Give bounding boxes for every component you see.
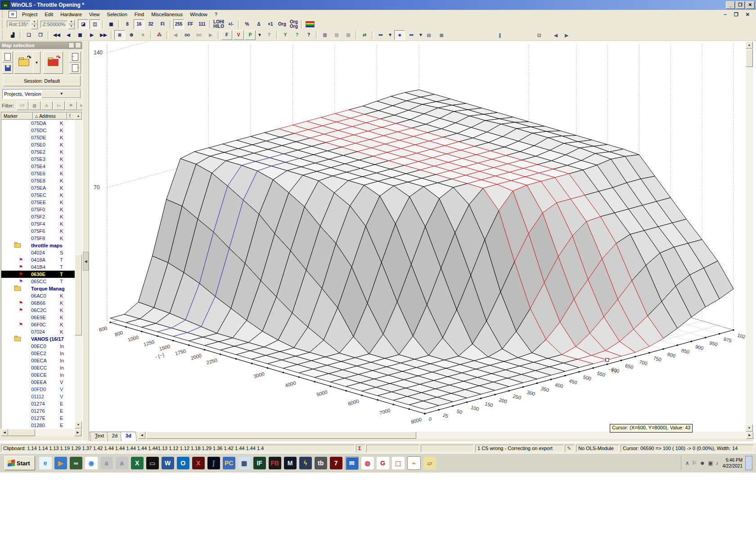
map-row[interactable]: 06E9EK [1, 314, 82, 321]
nav-next-button[interactable]: ▶ [86, 30, 97, 40]
help-green-button[interactable]: ? [292, 30, 302, 40]
close-button[interactable]: ✕ [746, 1, 755, 9]
tile-vertical-icon[interactable]: ⊞ [436, 31, 447, 40]
list-vscroll-thumb[interactable] [75, 254, 82, 335]
grey-app-1-icon[interactable]: a [100, 457, 113, 469]
map-row[interactable]: 075E4K [1, 163, 82, 170]
map-row[interactable]: 00EEAV [1, 379, 82, 386]
map-row[interactable]: 00EC2In [1, 350, 82, 357]
map-row[interactable]: 01280E [1, 422, 82, 429]
menu-grip[interactable] [2, 11, 5, 18]
map-row[interactable]: 075F4K [1, 220, 82, 227]
window-new-icon[interactable]: ❏ [23, 30, 34, 40]
map-row[interactable]: 01276E [1, 407, 82, 415]
list-options-button[interactable]: ≔ [375, 30, 386, 40]
filter-button[interactable]: Y [280, 30, 291, 40]
messenger-tray-icon[interactable]: ☻ [700, 460, 706, 466]
folder-row[interactable]: Torque Manag [1, 285, 82, 292]
map-row[interactable]: 075F2K [1, 213, 82, 220]
map-list[interactable]: Marker △Address ! 075DAK075DCK075DEK075E… [1, 112, 82, 429]
child-restore-button[interactable]: ❐ [730, 11, 742, 18]
map-row[interactable]: 075EEK [1, 199, 82, 206]
list-scroll-left-icon[interactable]: ◀ [1, 429, 8, 436]
tab-scroll-left-icon[interactable]: ◀ [138, 432, 145, 439]
wrench-icon[interactable]: ⌁ [407, 456, 421, 470]
value-dec-button[interactable]: 255 [173, 19, 184, 29]
chip-fb-icon[interactable]: FB [269, 457, 281, 469]
drop-1-button[interactable]: ▼ [387, 30, 393, 40]
excel-icon[interactable]: X [131, 457, 144, 469]
help-button[interactable]: ? [264, 30, 274, 40]
g-red-icon[interactable]: G [377, 457, 389, 469]
map-row[interactable]: ⚑041B4T [1, 263, 82, 271]
filter-button-0[interactable]: =? [17, 101, 28, 110]
hscroll-thumb[interactable] [146, 432, 416, 439]
open-dropdown-button[interactable]: ▼ [33, 51, 40, 74]
tab-scroll-right-icon[interactable]: ▶ [746, 432, 753, 439]
map-row[interactable]: ⚑0418AT [1, 256, 82, 263]
colors-button[interactable] [305, 19, 315, 29]
filter-button-3[interactable]: i¬ [53, 101, 65, 110]
volume-tray-icon[interactable]: ♪ [716, 460, 719, 466]
import-button[interactable]: ↷ [43, 51, 63, 74]
filter-button-4[interactable]: ⚑ [65, 101, 77, 110]
map-row[interactable]: 075DEK [1, 134, 82, 141]
panel-title-bar[interactable]: Map selection [0, 41, 82, 49]
checksum-hat-icon[interactable]: ▟ [7, 30, 18, 40]
view-mode-combobox[interactable]: Projects, Versions & Maps: (Ctrl ▼ [2, 89, 81, 99]
width-8-button[interactable]: 8 [122, 19, 133, 29]
folder-window-icon[interactable]: ▱ [423, 457, 436, 469]
show-project-button[interactable]: P [245, 30, 256, 40]
width-float-button[interactable]: Fl [157, 19, 168, 29]
delta-button[interactable]: Δ [253, 19, 264, 29]
outlook-icon[interactable]: O [177, 457, 189, 469]
tree-list-button[interactable]: ≣ [114, 30, 125, 40]
network-tray-icon[interactable]: ▣ [708, 460, 713, 466]
map-row[interactable]: 01274E [1, 400, 82, 407]
preview-button[interactable]: ⊕ [126, 30, 137, 40]
tab-3d[interactable]: 3d [120, 432, 137, 441]
session-button[interactable]: Session: Default [3, 76, 81, 86]
map-row[interactable]: 075F8K [1, 235, 82, 242]
child-window-icon[interactable]: ▤ [9, 11, 17, 18]
map-row[interactable]: ⚑065CCT [1, 278, 82, 285]
child-close-button[interactable]: ✕ [742, 11, 753, 18]
menu-find[interactable]: Find [131, 11, 148, 18]
search-binocular-button[interactable]: oo [182, 30, 193, 40]
map-row[interactable]: 00ECAIn [1, 357, 82, 364]
vscroll-thumb[interactable] [746, 49, 753, 67]
menu-edit[interactable]: Edit [41, 11, 57, 18]
nav-last-button[interactable]: ▶▶ [98, 30, 109, 40]
map-row[interactable]: 00EC0In [1, 343, 82, 350]
map-row[interactable]: 075DCK [1, 127, 82, 134]
width-16-button[interactable]: 16 [134, 19, 144, 29]
view-3d-wire-button[interactable]: ◪ [78, 19, 89, 29]
list-options-2-button[interactable]: ≕ [406, 30, 417, 40]
new-project-button[interactable] [2, 51, 13, 62]
sign-button[interactable]: +/- [225, 19, 236, 29]
infinity-app-icon[interactable]: ∞ [70, 457, 82, 469]
map-wizard-2-button[interactable]: ▨ [331, 30, 342, 40]
map-row[interactable]: 075E3K [1, 156, 82, 163]
zoom-down-icon[interactable]: ▼ [68, 24, 75, 29]
toolbar1-grip[interactable] [2, 20, 5, 28]
lohi-hilo-button[interactable]: LOHI HILO [213, 19, 225, 29]
child-minimize-button[interactable]: − [720, 11, 730, 18]
nav-prev-button[interactable]: ◀ [63, 30, 74, 40]
percent-button[interactable]: % [242, 19, 252, 29]
map-row[interactable]: 075E8K [1, 177, 82, 184]
if-app-icon[interactable]: IF [253, 457, 266, 469]
scroll-up-icon[interactable]: ▲ [746, 41, 753, 49]
zoom-up-icon[interactable]: ▲ [68, 19, 75, 24]
window-arrange-icon[interactable]: ❐ [35, 30, 46, 40]
media-player-icon[interactable]: ▶ [54, 457, 67, 469]
chart-vscrollbar[interactable]: ▲ ▼ [746, 41, 753, 432]
filter-button-2[interactable]: A [41, 101, 53, 110]
map-row[interactable]: 07024K [1, 328, 82, 335]
mfc-cube-icon[interactable]: M [284, 457, 297, 469]
factor-button[interactable]: ×1 [265, 19, 276, 29]
width-32-button[interactable]: 32 [145, 19, 156, 29]
menu-hardware[interactable]: Hardware [57, 11, 86, 18]
folder-row[interactable]: VANOS (16/17 [1, 335, 82, 343]
drop-2-button[interactable]: ▼ [418, 30, 424, 40]
